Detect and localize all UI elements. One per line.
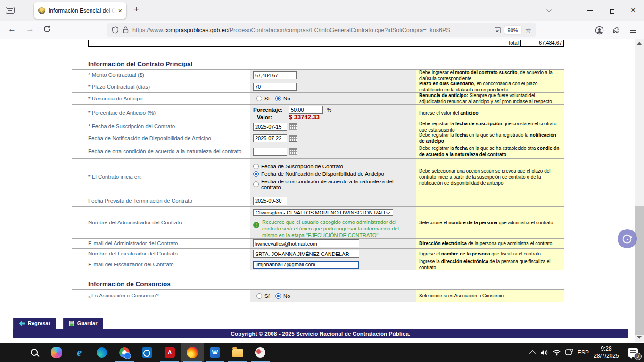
url-domain: compraspublicas.gob.ec <box>164 27 228 33</box>
reader-view-icon[interactable] <box>495 27 501 33</box>
wifi-icon[interactable] <box>551 343 563 362</box>
forward-icon: → <box>26 24 34 35</box>
menu-hamburger-icon[interactable] <box>627 25 639 36</box>
total-label: Total <box>89 40 521 46</box>
renuncia-no-radio[interactable] <box>275 96 281 101</box>
outlook-icon[interactable] <box>136 343 158 362</box>
email-admin-input[interactable] <box>253 239 359 247</box>
lock-icon[interactable] <box>123 26 129 33</box>
help-consorcio: Seleccione si es Asociación o Consorcio <box>416 290 564 302</box>
calendar-icon[interactable] <box>289 123 297 130</box>
snipping-tool-icon[interactable]: ✂ <box>249 343 272 362</box>
fecha-notificacion-input[interactable] <box>253 134 287 142</box>
administrador-note: ! Recuerde que el usuario escogido como … <box>253 219 408 239</box>
calendar-icon[interactable] <box>289 148 297 155</box>
chrome-icon[interactable] <box>113 343 136 362</box>
inicia-opcion1-radio[interactable] <box>253 164 259 169</box>
valor-sublabel: Valor: <box>253 115 289 120</box>
row-fiscalizador: Nombre del Fiscalizador del Contrato Ing… <box>72 249 564 259</box>
help-fiscalizador: Ingrese el nombre de la persona que fisc… <box>416 249 564 259</box>
label-email-fiscal: E-mail del Fiscalizador del Contrato <box>72 259 250 270</box>
fiscalizador-input[interactable] <box>253 250 359 258</box>
label-fecha-otra: Fecha de otra condición de acuerdo a la … <box>72 144 250 158</box>
inicia-opcion1-label: Fecha de Suscripción de Contrato <box>261 164 343 169</box>
bookmark-star-icon[interactable]: ☆ <box>525 26 531 34</box>
regresar-button[interactable]: Regresar <box>13 318 56 329</box>
total-value: 67,484.67 <box>521 40 563 46</box>
calendar-icon[interactable] <box>289 135 297 142</box>
url-text[interactable]: https://www.compraspublicas.gob.ec/Proce… <box>132 27 491 33</box>
internet-explorer-icon[interactable]: e <box>68 343 91 362</box>
fecha-otra-input[interactable] <box>253 148 287 156</box>
porcentaje-input[interactable] <box>289 106 323 114</box>
scroll-up-arrow[interactable] <box>637 42 642 45</box>
list-tabs-icon[interactable] <box>547 8 552 12</box>
floating-clock-widget[interactable] <box>618 229 637 248</box>
help-administrador: Seleccione el nombre de la persona que a… <box>416 207 564 238</box>
divider <box>72 49 564 49</box>
fecha-suscripcion-input[interactable] <box>253 123 287 131</box>
contract-form: Total 67,484.67 Información del Contrato… <box>72 40 564 302</box>
help-fecha-notificacion: Debe registrar la fecha en la que se ha … <box>416 132 564 144</box>
volume-icon[interactable] <box>538 343 551 362</box>
search-button[interactable] <box>23 343 45 362</box>
firefox-icon[interactable] <box>181 343 204 362</box>
new-tab-button[interactable]: + <box>134 4 139 15</box>
language-indicator[interactable]: ESP <box>575 343 591 362</box>
inicia-opcion2-radio[interactable] <box>253 171 259 177</box>
chevron-down-icon <box>386 210 391 214</box>
administrador-select[interactable]: Cliwinsgton - CEVALLOS MORENO LIWINSGTON… <box>253 209 393 216</box>
consorcio-no-radio[interactable] <box>275 293 281 299</box>
consorcio-si-radio[interactable] <box>256 293 262 299</box>
copilot-icon[interactable] <box>45 343 68 362</box>
scroll-down-arrow[interactable] <box>637 336 642 339</box>
fecha-prevista-input[interactable] <box>253 197 287 205</box>
shield-icon[interactable] <box>112 26 119 34</box>
edge-icon[interactable] <box>91 343 113 362</box>
label-fiscalizador: Nombre del Fiscalizador del Contrato <box>72 249 250 259</box>
notification-center[interactable]: 3 <box>623 343 642 362</box>
inicia-opcion3-radio[interactable] <box>253 181 259 187</box>
url-bar[interactable]: https://www.compraspublicas.gob.ec/Proce… <box>107 23 536 37</box>
word-icon[interactable]: W <box>204 343 226 362</box>
account-icon[interactable] <box>593 25 605 36</box>
row-monto: * Monto Contractual ($) Debe ingresar el… <box>72 70 564 81</box>
email-fiscal-input[interactable] <box>253 261 359 269</box>
scrollbar-thumb[interactable] <box>635 206 644 335</box>
guardar-button[interactable]: Guardar <box>63 318 103 329</box>
firefox-view-icon[interactable] <box>6 7 15 14</box>
clock[interactable]: 9:2828/7/2025 <box>591 343 621 362</box>
help-porcentaje: Ingrese el valor del anticipo <box>416 105 564 121</box>
renuncia-si-radio[interactable] <box>256 96 262 101</box>
extensions-puzzle-icon[interactable] <box>610 25 622 36</box>
start-button[interactable] <box>0 343 23 362</box>
plazo-input[interactable] <box>253 83 297 91</box>
label-consorcio: ¿Es Asociación o Consorcio? <box>72 290 250 302</box>
window-minimize-button[interactable] <box>582 4 598 17</box>
label-fecha-notificacion: Fecha de Notificación de Disponibilidad … <box>72 132 250 144</box>
meet-now-icon[interactable] <box>563 343 575 362</box>
row-fecha-notificacion: Fecha de Notificación de Disponibilidad … <box>72 132 564 144</box>
renuncia-no-label: No <box>283 96 290 101</box>
save-disk-icon <box>69 321 74 326</box>
tab-close-icon[interactable]: × <box>118 8 122 14</box>
row-email-fiscal: E-mail del Fiscalizador del Contrato Ing… <box>72 259 564 270</box>
browser-tab[interactable]: Información Esencial del Contra × <box>34 2 126 19</box>
zoom-level-chip[interactable]: 90% <box>504 26 521 34</box>
help-fecha-suscripcion: Debe registrar la fecha de suscripción q… <box>416 121 564 132</box>
label-fecha-prevista: Fecha Prevista de Terminación de Contrat… <box>72 195 250 206</box>
row-plazo: * Plazo Contractual (días) Plazo en días… <box>72 81 564 93</box>
acrobat-icon[interactable]: Λ <box>158 343 181 362</box>
file-explorer-icon[interactable] <box>226 343 249 362</box>
window-close-button[interactable]: × <box>625 4 641 17</box>
windows-taskbar: e Λ W ✂ ESP 9:2828/7/2025 3 <box>0 343 644 362</box>
window-restore-button[interactable] <box>604 5 620 18</box>
help-renuncia: Renuncia de anticipo: Siempre que fuere … <box>416 93 564 104</box>
tray-chevron-up-icon[interactable] <box>526 343 538 362</box>
reload-icon[interactable] <box>43 25 51 33</box>
label-administrador: Nombre del Administrador del Contrato <box>72 207 250 238</box>
clock-time: 9:28 <box>594 346 619 353</box>
vertical-scrollbar[interactable] <box>635 39 644 342</box>
back-icon[interactable]: ← <box>8 24 16 35</box>
monto-input[interactable] <box>253 71 297 79</box>
